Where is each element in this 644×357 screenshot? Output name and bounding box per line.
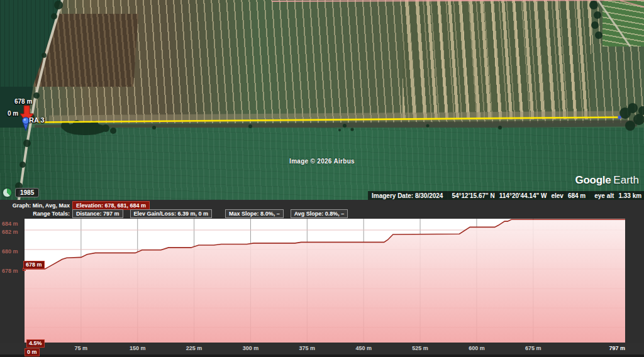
panel-bottom-strip — [0, 354, 644, 357]
x-axis-bar: 75 m150 m225 m300 m375 m450 m525 m600 m6… — [0, 343, 644, 354]
logo-google-text: Google — [575, 174, 611, 186]
map-viewport[interactable]: 678 m 0 m RA 3 Image © 2026 Airbus Googl… — [0, 0, 644, 200]
historical-imagery-icon[interactable] — [3, 188, 12, 197]
profile-header-row2: Range Totals: Distance: 797 m Elev Gain/… — [0, 209, 355, 218]
x-tick-label: 225 m — [186, 345, 203, 351]
measurement-path[interactable] — [36, 118, 619, 123]
elev-label: elev — [551, 192, 563, 199]
google-earth-window: 678 m 0 m RA 3 Image © 2026 Airbus Googl… — [0, 0, 644, 357]
red-path-top-edge — [272, 0, 644, 1]
eye-alt-label: eye alt — [594, 192, 614, 199]
logo-earth-text: Earth — [613, 174, 639, 186]
map-status-bar: Imagery Date: 8/30/2024 54°12'15.67" N 1… — [368, 191, 644, 200]
path-endpoint-dot[interactable] — [618, 116, 621, 119]
eye-alt-value: 1.33 km — [618, 192, 641, 199]
longitude: 114°20'44.14" W — [499, 192, 547, 199]
historical-imagery-year-badge[interactable]: 1985 — [15, 188, 39, 197]
y-tick-label: 682 m — [0, 229, 22, 235]
x-tick-label: 797 m — [609, 345, 625, 351]
cursor-slope-badge: 4.5% — [26, 339, 45, 348]
elevation-profile-plot[interactable] — [25, 219, 625, 343]
profile-chart-svg — [25, 219, 625, 343]
diagonal-road-topright — [596, 0, 630, 47]
x-tick-label: 300 m — [243, 345, 259, 351]
latitude: 54°12'15.67" N — [452, 192, 494, 199]
placemark-pin[interactable] — [23, 118, 30, 131]
x-tick-label: 150 m — [130, 345, 146, 351]
elevation-area-fill — [25, 219, 625, 343]
cursor-distance-badge: 0 m — [25, 348, 40, 356]
marker-elevation-label: 678 m — [14, 98, 32, 105]
range-totals-label: Range Totals: — [0, 211, 72, 217]
elev-gain-loss-box: Elev Gain/Loss: 6.39 m, 0 m — [130, 209, 213, 218]
profile-header-row1: Graph: Min, Avg, Max Elevation: 678, 681… — [0, 201, 157, 210]
max-slope-box: Max Slope: 8.0%, – — [225, 209, 284, 218]
y-tick-label: 684 m — [0, 221, 22, 227]
imagery-copyright: Image © 2026 Airbus — [0, 158, 644, 165]
elevation-summary-box[interactable]: Elevation: 678, 681, 684 m — [72, 201, 150, 210]
red-path-top-corner — [620, 1, 644, 7]
x-tick-label: 675 m — [525, 345, 541, 351]
x-tick-label: 375 m — [299, 345, 316, 351]
placemark-name-label: RA 3 — [29, 116, 45, 124]
google-earth-logo: GoogleEarth — [575, 174, 639, 187]
graph-mode-label: Graph: Min, Avg, Max — [0, 202, 72, 209]
y-tick-label: 680 m — [0, 248, 22, 255]
avg-slope-box: Avg Slope: 0.8%, – — [291, 209, 348, 218]
x-tick-label: 600 m — [469, 345, 485, 351]
x-tick-label: 525 m — [412, 345, 428, 351]
x-tick-label: 450 m — [355, 345, 372, 351]
distance-box: Distance: 797 m — [72, 209, 123, 218]
imagery-date: Imagery Date: 8/30/2024 — [372, 192, 443, 199]
elevation-profile-panel: Graph: Min, Avg, Max Elevation: 678, 681… — [0, 200, 644, 357]
elev-value: 684 m — [568, 192, 586, 199]
marker-distance-label: 0 m — [8, 110, 18, 117]
map-overlay-graphics — [0, 0, 644, 200]
x-tick-label: 75 m — [75, 345, 88, 351]
y-tick-label: 678 m — [0, 268, 22, 274]
cursor-elevation-tooltip: 678 m — [23, 261, 45, 269]
